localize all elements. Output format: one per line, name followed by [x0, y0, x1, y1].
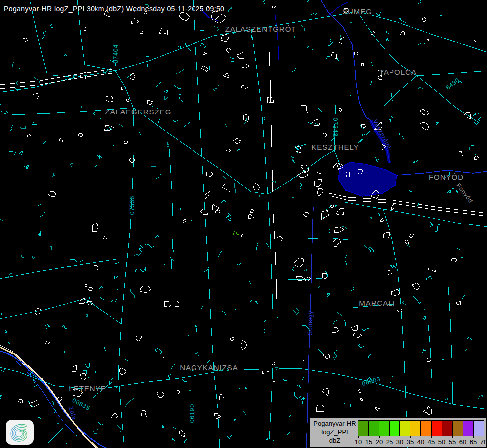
roads-layer — [0, 0, 487, 448]
reflectivity-legend: Poganyvar-HR logZ_PPI dbZ 10152025303540… — [309, 417, 487, 447]
legend-tick-value-30: 30 — [396, 438, 403, 446]
legend-titles: Poganyvar-HR logZ_PPI dbZ — [312, 419, 358, 445]
legend-tick-value-45: 45 — [428, 438, 435, 446]
legend-color-cell-10 — [358, 421, 368, 436]
echo-pixel — [234, 231, 235, 232]
lake-shape — [338, 121, 397, 196]
legend-color-strip — [358, 420, 484, 436]
legend-tick-value-50: 50 — [438, 438, 445, 446]
legend-tick-value-55: 55 — [449, 438, 456, 446]
legend-color-cell-40 — [421, 421, 431, 436]
settlements-layer — [0, 0, 483, 444]
legend-tick-value-10: 10 — [355, 438, 362, 446]
radar-map-screen: Poganyvar-HR logZ_PPI 30km (dbZ) Wednesd… — [0, 0, 487, 448]
legend-tick-value-60: 60 — [459, 438, 466, 446]
radar-map-canvas — [0, 0, 487, 448]
legend-color-cell-55 — [453, 421, 463, 436]
legend-color-cell-65 — [474, 421, 484, 436]
legend-color-cell-25 — [390, 421, 399, 436]
legend-color-cell-20 — [379, 421, 389, 436]
legend-tick-value-15: 15 — [365, 438, 372, 446]
spiral-icon — [9, 422, 31, 442]
echo-pixel — [237, 234, 239, 235]
legend-tick-value-65: 65 — [470, 438, 477, 446]
legend-color-cell-15 — [369, 421, 379, 436]
legend-station: Poganyvar-HR — [312, 419, 358, 428]
echo-pixel — [236, 232, 237, 234]
legend-tick-value-35: 35 — [407, 438, 414, 446]
legend-tick-value-25: 25 — [386, 438, 393, 446]
echo-pixel — [233, 233, 234, 235]
legend-color-cell-35 — [410, 421, 420, 436]
legend-color-cell-60 — [463, 421, 473, 436]
radar-echo-dots — [233, 231, 239, 235]
radar-provider-spiral-logo — [6, 420, 34, 445]
legend-color-cell-30 — [400, 421, 410, 436]
white-roads-layer — [0, 37, 487, 319]
legend-color-cell-50 — [442, 421, 452, 436]
legend-tick-value-70: 70 — [480, 438, 487, 446]
legend-unit: dbZ — [312, 436, 358, 445]
rivers-layer — [0, 0, 487, 448]
legend-tick-value-20: 20 — [376, 438, 383, 446]
legend-tick-values: 10152025303540455055606570 — [358, 438, 484, 446]
legend-tick-value-40: 40 — [417, 438, 424, 446]
legend-product: logZ_PPI — [312, 428, 358, 436]
legend-color-cell-45 — [432, 421, 442, 436]
